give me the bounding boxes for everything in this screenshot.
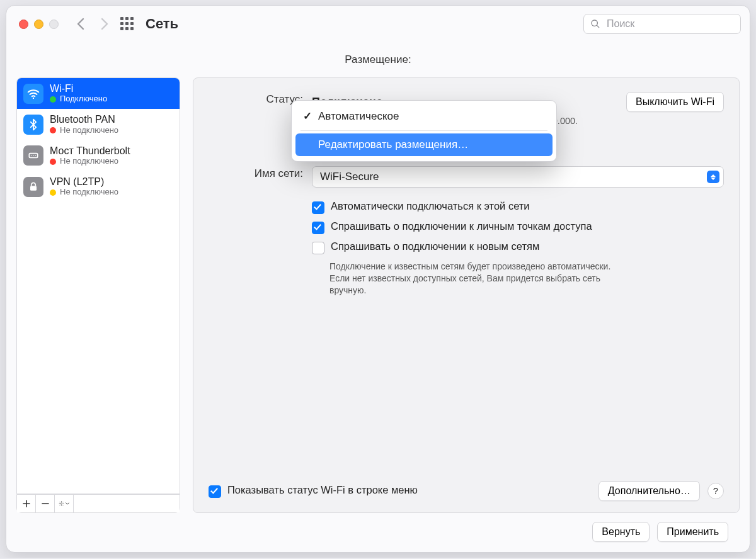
zoom-button[interactable] (49, 20, 59, 29)
remove-service-button[interactable] (36, 495, 55, 512)
service-list[interactable]: Wi-Fi Подключено Bluetooth PAN Не подклю… (16, 77, 180, 494)
close-button[interactable] (19, 20, 28, 29)
checkbox[interactable] (312, 222, 324, 234)
service-name: Мост Thunderbolt (50, 145, 130, 157)
location-menu-item-edit[interactable]: Редактировать размещения… (295, 133, 553, 156)
service-status: Не подключено (60, 157, 118, 166)
status-dot (50, 96, 56, 103)
preferences-window: Сеть Размещение: (6, 5, 750, 553)
service-item-vpn[interactable]: VPN (L2TP) Не подключено (17, 171, 180, 202)
ask-new-networks-checkbox-row[interactable]: Спрашивать о подключении к новым сетям (312, 240, 724, 254)
service-item-thunderbolt-bridge[interactable]: Мост Thunderbolt Не подключено (17, 140, 180, 171)
menu-item-label: Редактировать размещения… (318, 138, 468, 151)
checkmark-icon: ✓ (303, 110, 312, 123)
auto-join-checkbox-row[interactable]: Автоматически подключаться к этой сети (312, 200, 724, 214)
status-dot (50, 159, 56, 165)
show-all-icon[interactable] (120, 17, 134, 31)
service-status: Не подключено (60, 126, 118, 135)
service-name: Wi-Fi (50, 83, 107, 94)
menu-separator (301, 130, 547, 131)
show-wifi-menu-checkbox-row[interactable]: Показывать статус Wi-Fi в строке меню (209, 484, 418, 498)
svg-point-0 (33, 97, 34, 98)
chevron-updown-icon (707, 171, 719, 183)
service-status: Не подключено (60, 188, 118, 197)
window-controls (15, 20, 59, 29)
service-actions-button[interactable] (55, 495, 74, 512)
content-area: Размещение: Wi-Fi Подключено (6, 42, 750, 552)
location-label: Размещение: (345, 54, 411, 66)
help-button[interactable]: ? (707, 483, 724, 499)
network-name-value: WiFi-Secure (320, 171, 379, 183)
ask-new-networks-note: Подключение к известным сетям будет прои… (329, 261, 619, 296)
svg-point-4 (35, 155, 37, 156)
bluetooth-icon (23, 115, 43, 135)
network-name-row: Имя сети: WiFi-Secure (209, 166, 724, 188)
checkbox-label: Автоматически подключаться к этой сети (331, 200, 530, 212)
search-icon (590, 19, 600, 29)
turn-off-wifi-button[interactable]: Выключить Wi-Fi (626, 92, 724, 112)
list-tools (16, 494, 180, 513)
menu-item-label: Автоматическое (318, 110, 399, 123)
advanced-button[interactable]: Дополнительно… (598, 481, 700, 501)
svg-point-6 (60, 503, 62, 504)
location-menu-item-auto[interactable]: ✓ Автоматическое (295, 104, 553, 128)
add-service-button[interactable] (17, 495, 36, 512)
status-dot (50, 189, 56, 196)
forward-button[interactable] (100, 18, 109, 30)
search-field[interactable] (583, 14, 741, 34)
service-item-wifi[interactable]: Wi-Fi Подключено (17, 78, 180, 109)
checkbox-label: Показывать статус Wi-Fi в строке меню (227, 484, 418, 496)
svg-point-2 (31, 155, 32, 156)
toolbar: Сеть (6, 6, 750, 42)
checkbox-label: Спрашивать о подключении к личным точкам… (331, 220, 592, 232)
service-name: VPN (L2TP) (50, 176, 118, 188)
nav-arrows (76, 18, 109, 30)
svg-point-3 (33, 155, 34, 156)
location-row: Размещение: (16, 54, 740, 66)
status-label: Статус: (209, 92, 303, 106)
window-title: Сеть (146, 16, 178, 32)
list-tools-spacer (74, 495, 180, 512)
status-dot (50, 127, 56, 133)
network-name-label: Имя сети: (209, 166, 303, 180)
lock-icon (23, 177, 43, 197)
location-menu[interactable]: ✓ Автоматическое Редактировать размещени… (291, 100, 557, 162)
back-button[interactable] (76, 18, 85, 30)
search-input[interactable] (605, 18, 734, 30)
service-list-container: Wi-Fi Подключено Bluetooth PAN Не подклю… (16, 77, 180, 513)
service-status: Подключено (60, 94, 107, 104)
svg-rect-5 (30, 186, 37, 191)
thunderbolt-icon (23, 145, 43, 166)
checkbox-label: Спрашивать о подключении к новым сетям (331, 240, 539, 252)
checkbox[interactable] (312, 242, 324, 254)
apply-button[interactable]: Применить (657, 522, 728, 542)
checkbox[interactable] (209, 485, 221, 498)
window-footer-buttons: Вернуть Применить (16, 513, 740, 542)
service-item-bluetooth-pan[interactable]: Bluetooth PAN Не подключено (17, 109, 180, 140)
checkbox[interactable] (312, 201, 324, 214)
network-name-select[interactable]: WiFi-Secure (312, 166, 724, 188)
ask-hotspot-checkbox-row[interactable]: Спрашивать о подключении к личным точкам… (312, 220, 724, 234)
service-name: Bluetooth PAN (50, 114, 118, 125)
minimize-button[interactable] (34, 20, 43, 29)
wifi-icon (23, 84, 43, 104)
revert-button[interactable]: Вернуть (592, 522, 650, 542)
